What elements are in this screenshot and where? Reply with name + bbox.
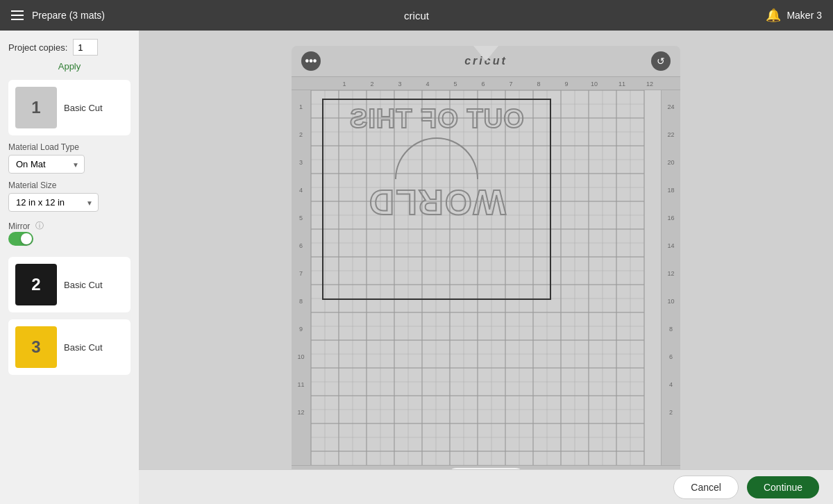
- right-ruler: 24222018161412108642: [661, 90, 680, 465]
- mat-thumbnail-2: 2: [15, 264, 57, 305]
- mat-item-2[interactable]: 2 Basic Cut: [8, 257, 131, 312]
- cancel-button[interactable]: Cancel: [673, 476, 739, 499]
- design-boundary: OUT OF THIS WORLD: [322, 99, 551, 300]
- apply-button[interactable]: Apply: [8, 61, 131, 72]
- svg-text:4: 4: [426, 81, 429, 87]
- mat-thumbnail-1: 1: [15, 87, 57, 128]
- svg-text:7: 7: [509, 81, 512, 87]
- mat-controls: Material Load Type On Mat Roll ▼ Materia…: [8, 142, 131, 246]
- sidebar: Project copies: Apply 1 Basic Cut Materi…: [0, 31, 139, 504]
- mat-handle: [473, 46, 498, 61]
- mat-refresh-button[interactable]: ↺: [651, 51, 671, 71]
- design-text-top: OUT OF THIS: [349, 106, 524, 132]
- mat-body: 123456789101112 OUT OF THIS WORLD: [292, 90, 680, 465]
- info-icon[interactable]: ⓘ: [35, 220, 44, 232]
- mat-options-button[interactable]: •••: [301, 51, 321, 71]
- mat-label-1: Basic Cut: [64, 103, 103, 113]
- svg-text:1: 1: [342, 81, 346, 87]
- mat-item-3[interactable]: 3 Basic Cut: [8, 319, 131, 375]
- material-size-select[interactable]: 12 in x 12 in 12 in x 24 in: [8, 193, 99, 212]
- project-copies-input[interactable]: [73, 39, 98, 56]
- mirror-toggle[interactable]: [8, 232, 33, 246]
- app-title: Prepare (3 mats): [32, 10, 105, 21]
- mat-label-3: Basic Cut: [64, 342, 103, 353]
- grid-area: OUT OF THIS WORLD: [311, 90, 661, 465]
- material-size-label: Material Size: [8, 180, 131, 190]
- menu-button[interactable]: [11, 10, 24, 20]
- header: Prepare (3 mats) cricut 🔔 Maker 3: [0, 0, 833, 31]
- material-load-type-label: Material Load Type: [8, 142, 131, 152]
- svg-text:5: 5: [453, 81, 457, 87]
- svg-text:6: 6: [481, 81, 485, 87]
- mirror-row: Mirror ⓘ: [8, 220, 131, 232]
- svg-text:3: 3: [398, 81, 401, 87]
- project-copies-label: Project copies:: [8, 42, 67, 53]
- top-ruler: // ruler ticks generated via JS below 12…: [330, 77, 664, 90]
- left-ruler: 123456789101112: [292, 90, 311, 465]
- material-load-type-select[interactable]: On Mat Roll: [8, 155, 85, 174]
- mat-visualization: ••• cricut ↺ // ruler ticks generated vi…: [292, 46, 680, 462]
- machine-label: Maker 3: [786, 10, 822, 21]
- svg-text:9: 9: [564, 81, 568, 87]
- mirror-label: Mirror: [8, 221, 30, 231]
- design-text-bottom: WORLD: [368, 185, 506, 219]
- svg-text:2: 2: [370, 81, 373, 87]
- svg-text:12: 12: [646, 81, 653, 87]
- svg-text:11: 11: [619, 81, 625, 87]
- mat-item-1[interactable]: 1 Basic Cut: [8, 80, 131, 135]
- svg-text:10: 10: [591, 81, 598, 87]
- main-canvas-area: ••• cricut ↺ // ruler ticks generated vi…: [139, 31, 833, 504]
- bell-icon[interactable]: 🔔: [766, 8, 781, 23]
- footer: Cancel Continue: [139, 469, 833, 504]
- design-dome: [395, 137, 478, 179]
- document-title: cricut: [404, 10, 429, 22]
- mat-thumbnail-3: 3: [15, 326, 57, 368]
- continue-button[interactable]: Continue: [747, 476, 819, 498]
- svg-text:8: 8: [537, 81, 540, 87]
- mat-label-2: Basic Cut: [64, 280, 103, 290]
